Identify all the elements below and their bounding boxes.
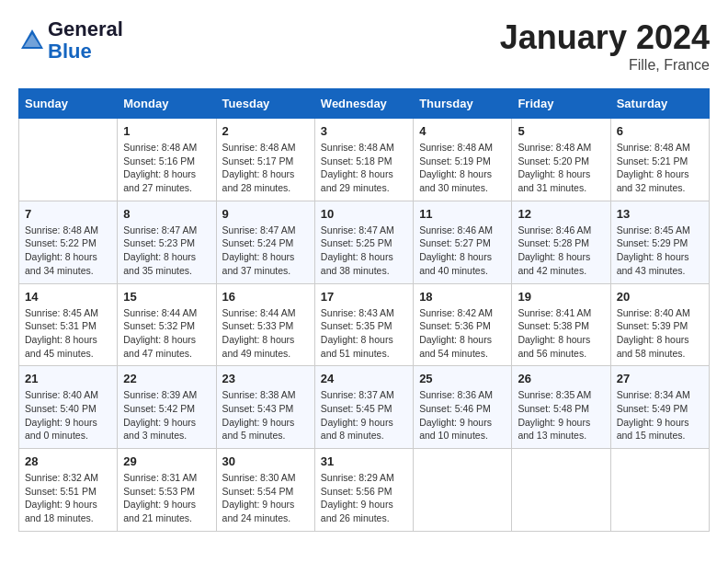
calendar-cell: 12Sunrise: 8:46 AM Sunset: 5:28 PM Dayli…: [512, 201, 610, 283]
calendar-cell: 6Sunrise: 8:48 AM Sunset: 5:21 PM Daylig…: [610, 119, 709, 201]
weekday-header-sunday: Sunday: [19, 89, 118, 119]
day-info: Sunrise: 8:34 AM Sunset: 5:49 PM Dayligh…: [617, 388, 703, 442]
day-number: 5: [518, 124, 604, 138]
day-number: 12: [518, 207, 604, 221]
calendar-cell: 31Sunrise: 8:29 AM Sunset: 5:56 PM Dayli…: [314, 449, 413, 532]
calendar-cell: 17Sunrise: 8:43 AM Sunset: 5:35 PM Dayli…: [314, 283, 413, 366]
calendar-week-1: 1Sunrise: 8:48 AM Sunset: 5:16 PM Daylig…: [19, 119, 710, 201]
day-info: Sunrise: 8:30 AM Sunset: 5:54 PM Dayligh…: [222, 471, 309, 525]
calendar-cell: 10Sunrise: 8:47 AM Sunset: 5:25 PM Dayli…: [314, 201, 413, 283]
calendar-cell: 24Sunrise: 8:37 AM Sunset: 5:45 PM Dayli…: [314, 366, 413, 449]
day-info: Sunrise: 8:48 AM Sunset: 5:20 PM Dayligh…: [518, 141, 604, 195]
weekday-header-monday: Monday: [118, 89, 216, 119]
day-info: Sunrise: 8:48 AM Sunset: 5:18 PM Dayligh…: [321, 141, 407, 195]
day-info: Sunrise: 8:47 AM Sunset: 5:24 PM Dayligh…: [222, 224, 309, 278]
day-info: Sunrise: 8:43 AM Sunset: 5:35 PM Dayligh…: [321, 306, 407, 361]
calendar-cell: 15Sunrise: 8:44 AM Sunset: 5:32 PM Dayli…: [118, 283, 216, 366]
day-info: Sunrise: 8:48 AM Sunset: 5:16 PM Dayligh…: [123, 141, 210, 195]
day-number: 29: [123, 454, 210, 468]
logo-text: General Blue: [48, 18, 123, 63]
day-number: 14: [25, 290, 111, 304]
day-number: 20: [617, 290, 703, 304]
day-info: Sunrise: 8:29 AM Sunset: 5:56 PM Dayligh…: [321, 471, 407, 525]
month-title: January 2024: [500, 18, 710, 57]
calendar-cell: [610, 449, 709, 532]
day-number: 25: [419, 372, 506, 385]
calendar-cell: 14Sunrise: 8:45 AM Sunset: 5:31 PM Dayli…: [19, 283, 118, 366]
day-info: Sunrise: 8:46 AM Sunset: 5:27 PM Dayligh…: [419, 224, 506, 278]
calendar-cell: 5Sunrise: 8:48 AM Sunset: 5:20 PM Daylig…: [512, 119, 610, 201]
day-number: 15: [123, 290, 210, 304]
day-info: Sunrise: 8:37 AM Sunset: 5:45 PM Dayligh…: [321, 388, 407, 442]
calendar-week-5: 28Sunrise: 8:32 AM Sunset: 5:51 PM Dayli…: [19, 449, 710, 532]
calendar-cell: [19, 119, 118, 201]
day-number: 23: [222, 372, 309, 385]
calendar-cell: 19Sunrise: 8:41 AM Sunset: 5:38 PM Dayli…: [512, 283, 610, 366]
calendar-cell: 26Sunrise: 8:35 AM Sunset: 5:48 PM Dayli…: [512, 366, 610, 449]
logo: General Blue: [18, 18, 123, 63]
calendar-cell: 16Sunrise: 8:44 AM Sunset: 5:33 PM Dayli…: [216, 283, 314, 366]
calendar-cell: 29Sunrise: 8:31 AM Sunset: 5:53 PM Dayli…: [118, 449, 216, 532]
calendar-cell: 3Sunrise: 8:48 AM Sunset: 5:18 PM Daylig…: [314, 119, 413, 201]
page-header: General Blue January 2024 Fille, France: [18, 18, 710, 74]
calendar-cell: 28Sunrise: 8:32 AM Sunset: 5:51 PM Dayli…: [19, 449, 118, 532]
day-number: 7: [25, 207, 111, 221]
day-number: 2: [222, 124, 309, 138]
day-info: Sunrise: 8:40 AM Sunset: 5:40 PM Dayligh…: [25, 388, 111, 442]
calendar-week-3: 14Sunrise: 8:45 AM Sunset: 5:31 PM Dayli…: [19, 283, 710, 366]
day-number: 16: [222, 290, 309, 304]
day-info: Sunrise: 8:31 AM Sunset: 5:53 PM Dayligh…: [123, 471, 210, 525]
day-info: Sunrise: 8:48 AM Sunset: 5:19 PM Dayligh…: [419, 141, 506, 195]
day-info: Sunrise: 8:47 AM Sunset: 5:25 PM Dayligh…: [321, 224, 407, 278]
day-number: 10: [321, 207, 407, 221]
day-info: Sunrise: 8:41 AM Sunset: 5:38 PM Dayligh…: [518, 306, 604, 361]
day-info: Sunrise: 8:36 AM Sunset: 5:46 PM Dayligh…: [419, 388, 506, 442]
calendar-cell: 1Sunrise: 8:48 AM Sunset: 5:16 PM Daylig…: [118, 119, 216, 201]
day-info: Sunrise: 8:35 AM Sunset: 5:48 PM Dayligh…: [518, 388, 604, 442]
calendar-cell: 7Sunrise: 8:48 AM Sunset: 5:22 PM Daylig…: [19, 201, 118, 283]
day-number: 13: [617, 207, 703, 221]
calendar-cell: [414, 449, 512, 532]
calendar-cell: 21Sunrise: 8:40 AM Sunset: 5:40 PM Dayli…: [19, 366, 118, 449]
calendar-cell: 4Sunrise: 8:48 AM Sunset: 5:19 PM Daylig…: [414, 119, 512, 201]
day-info: Sunrise: 8:42 AM Sunset: 5:36 PM Dayligh…: [419, 306, 506, 361]
calendar-cell: 13Sunrise: 8:45 AM Sunset: 5:29 PM Dayli…: [610, 201, 709, 283]
day-number: 28: [25, 454, 111, 468]
weekday-header-saturday: Saturday: [610, 89, 709, 119]
calendar-cell: 11Sunrise: 8:46 AM Sunset: 5:27 PM Dayli…: [414, 201, 512, 283]
weekday-header-tuesday: Tuesday: [216, 89, 314, 119]
day-info: Sunrise: 8:39 AM Sunset: 5:42 PM Dayligh…: [123, 388, 210, 442]
calendar-cell: 18Sunrise: 8:42 AM Sunset: 5:36 PM Dayli…: [414, 283, 512, 366]
day-number: 9: [222, 207, 309, 221]
day-number: 18: [419, 290, 506, 304]
day-number: 4: [419, 124, 506, 138]
day-number: 27: [617, 372, 703, 385]
calendar-cell: 9Sunrise: 8:47 AM Sunset: 5:24 PM Daylig…: [216, 201, 314, 283]
calendar-week-4: 21Sunrise: 8:40 AM Sunset: 5:40 PM Dayli…: [19, 366, 710, 449]
weekday-header-wednesday: Wednesday: [314, 89, 413, 119]
day-info: Sunrise: 8:48 AM Sunset: 5:22 PM Dayligh…: [25, 224, 111, 278]
calendar-body: 1Sunrise: 8:48 AM Sunset: 5:16 PM Daylig…: [19, 119, 710, 532]
weekday-header-friday: Friday: [512, 89, 610, 119]
calendar-cell: 25Sunrise: 8:36 AM Sunset: 5:46 PM Dayli…: [414, 366, 512, 449]
day-number: 3: [321, 124, 407, 138]
day-number: 21: [25, 372, 111, 385]
calendar-cell: 8Sunrise: 8:47 AM Sunset: 5:23 PM Daylig…: [118, 201, 216, 283]
day-info: Sunrise: 8:32 AM Sunset: 5:51 PM Dayligh…: [25, 471, 111, 525]
day-number: 1: [123, 124, 210, 138]
calendar-cell: 22Sunrise: 8:39 AM Sunset: 5:42 PM Dayli…: [118, 366, 216, 449]
day-info: Sunrise: 8:45 AM Sunset: 5:31 PM Dayligh…: [25, 306, 111, 361]
calendar-cell: 30Sunrise: 8:30 AM Sunset: 5:54 PM Dayli…: [216, 449, 314, 532]
day-number: 22: [123, 372, 210, 385]
day-info: Sunrise: 8:47 AM Sunset: 5:23 PM Dayligh…: [123, 224, 210, 278]
calendar: SundayMondayTuesdayWednesdayThursdayFrid…: [18, 88, 710, 532]
day-number: 11: [419, 207, 506, 221]
day-info: Sunrise: 8:48 AM Sunset: 5:17 PM Dayligh…: [222, 141, 309, 195]
calendar-week-2: 7Sunrise: 8:48 AM Sunset: 5:22 PM Daylig…: [19, 201, 710, 283]
logo-icon: [18, 27, 46, 54]
title-area: January 2024 Fille, France: [500, 18, 710, 74]
day-number: 31: [321, 454, 407, 468]
calendar-cell: 2Sunrise: 8:48 AM Sunset: 5:17 PM Daylig…: [216, 119, 314, 201]
calendar-cell: [512, 449, 610, 532]
day-number: 17: [321, 290, 407, 304]
